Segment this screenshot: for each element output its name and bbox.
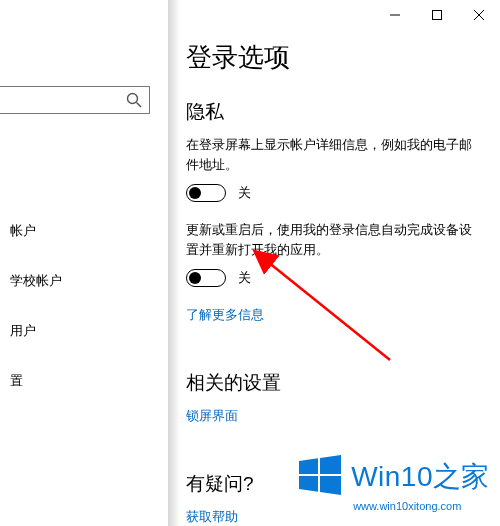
svg-rect-3 — [433, 11, 442, 20]
sidebar-item-settings[interactable]: 置 — [0, 363, 168, 399]
close-button[interactable] — [458, 0, 500, 30]
settings-sidebar: 帐户 学校帐户 用户 置 — [0, 0, 168, 526]
sidebar-item-label: 用户 — [10, 323, 36, 338]
privacy-item2-desc: 更新或重启后，使用我的登录信息自动完成设备设置并重新打开我的应用。 — [186, 220, 476, 259]
svg-line-1 — [137, 103, 142, 108]
watermark-text: Win10之家 — [351, 458, 490, 496]
toggle-state-label: 关 — [238, 269, 251, 287]
toggle-state-label: 关 — [238, 184, 251, 202]
sidebar-item-users[interactable]: 用户 — [0, 313, 168, 349]
page-title: 登录选项 — [186, 40, 486, 75]
get-help-link[interactable]: 获取帮助 — [186, 508, 238, 526]
toggle-knob — [189, 187, 201, 199]
learn-more-link[interactable]: 了解更多信息 — [186, 306, 264, 324]
privacy-item1-desc: 在登录屏幕上显示帐户详细信息，例如我的电子邮件地址。 — [186, 135, 476, 174]
watermark: Win10之家 www.win10xitong.com — [297, 452, 490, 512]
sidebar-item-label: 帐户 — [10, 223, 36, 238]
toggle-switch-account-details[interactable] — [186, 184, 226, 202]
svg-marker-8 — [320, 455, 341, 474]
maximize-button[interactable] — [416, 0, 458, 30]
related-heading: 相关的设置 — [186, 370, 486, 396]
search-icon — [125, 91, 143, 109]
svg-point-0 — [128, 94, 138, 104]
sidebar-item-accounts[interactable]: 帐户 — [0, 213, 168, 249]
toggle-auto-signin: 关 — [186, 269, 486, 287]
sidebar-item-label: 学校帐户 — [10, 273, 62, 288]
privacy-heading: 隐私 — [186, 99, 486, 125]
toggle-knob — [189, 272, 201, 284]
svg-marker-7 — [299, 458, 318, 474]
toggle-switch-auto-signin[interactable] — [186, 269, 226, 287]
sidebar-item-school-account[interactable]: 学校帐户 — [0, 263, 168, 299]
windows-logo-icon — [297, 452, 343, 502]
lockscreen-link[interactable]: 锁屏界面 — [186, 407, 238, 425]
sidebar-shadow — [168, 0, 180, 526]
svg-marker-10 — [320, 476, 341, 495]
svg-marker-9 — [299, 476, 318, 492]
toggle-show-account-details: 关 — [186, 184, 486, 202]
minimize-button[interactable] — [374, 0, 416, 30]
window-controls — [374, 0, 500, 30]
sidebar-item-label: 置 — [10, 373, 23, 388]
watermark-url: www.win10xitong.com — [353, 500, 490, 512]
search-input[interactable] — [0, 86, 150, 114]
